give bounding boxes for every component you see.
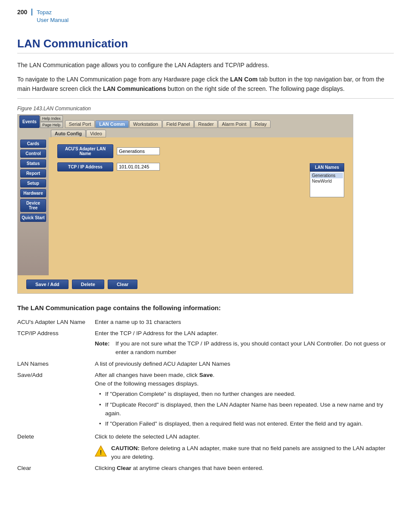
- intro-para1: The LAN Communication page allows you to…: [17, 60, 394, 70]
- list-item: If "Operation Failed" is displayed, then…: [99, 420, 391, 428]
- note-row: Note: If you are not sure what the TCP /…: [95, 339, 391, 357]
- workstation-tab[interactable]: Workstation: [129, 120, 162, 128]
- clear-bold: Clear: [117, 465, 131, 471]
- tcp-ip-address-row: TCP / IP Address: [57, 162, 344, 171]
- field-label-lan-names: LAN Names: [17, 358, 95, 370]
- tcp-ip-address-input[interactable]: [117, 163, 160, 171]
- bullet-list: If "Operation Complete" is displayed, th…: [95, 390, 391, 428]
- list-item: If "Operation Complete" is displayed, th…: [99, 390, 391, 398]
- events-button[interactable]: Events: [19, 115, 40, 128]
- field-desc-tcp: Enter the TCP / IP Address for the LAN a…: [95, 328, 394, 358]
- sidebar-setup-btn[interactable]: Setup: [20, 179, 46, 187]
- video-tab[interactable]: Video: [86, 130, 106, 137]
- note-label: Note:: [95, 339, 112, 357]
- save-desc: After all changes have been made, click …: [95, 372, 215, 378]
- table-row: Clear Clicking Clear at anytime clears c…: [17, 463, 394, 474]
- note-text: If you are not sure what the TCP / IP ad…: [115, 339, 391, 357]
- lan-comm-tab[interactable]: LAN Comm: [95, 120, 129, 128]
- field-desc-save: After all changes have been made, click …: [95, 370, 394, 432]
- field-label-delete: Delete: [17, 431, 95, 463]
- save-add-button[interactable]: Save / Add: [26, 280, 68, 289]
- save-extra: One of the following messages displays.: [95, 380, 199, 387]
- delete-desc: Click to delete the selected LAN adapter…: [95, 433, 200, 440]
- lan-names-list[interactable]: Generations NewWorld: [310, 171, 344, 197]
- reader-tab[interactable]: Reader: [194, 120, 218, 128]
- clear-desc-prefix: Clicking: [95, 465, 117, 471]
- help-btn-group: Help Index Page Help: [40, 115, 63, 128]
- divider: [17, 98, 394, 99]
- page-header: 200 Topaz User Manual: [17, 9, 394, 24]
- adapter-lan-name-input[interactable]: [117, 147, 160, 155]
- sidebar-device-tree-btn[interactable]: Device Tree: [20, 199, 46, 212]
- sidebar-cards-btn[interactable]: Cards: [20, 140, 46, 148]
- field-panel-tab[interactable]: Field Panel: [162, 120, 194, 128]
- field-label-tcp: TCP/IP Address: [17, 328, 95, 358]
- table-row: ACU's Adapter LAN Name Enter a name up t…: [17, 317, 394, 328]
- auto-config-tab[interactable]: Auto Config: [51, 130, 86, 137]
- field-desc-lan-names: A list of previously defined ACU Adapter…: [95, 358, 394, 370]
- page-title: LAN Communication: [17, 37, 394, 53]
- help-index-button[interactable]: Help Index: [40, 115, 63, 121]
- caution-text: CAUTION: Before deleting a LAN adapter, …: [111, 444, 391, 462]
- list-item: If "Duplicate Record" is displayed, then…: [99, 401, 391, 418]
- adapter-lan-name-label: ACU'S Adapter LAN Name: [57, 144, 113, 158]
- tcp-desc-text: Enter the TCP / IP Address for the LAN a…: [95, 330, 218, 336]
- relay-tab[interactable]: Relay: [251, 120, 271, 128]
- lan-names-panel: LAN Names Generations NewWorld: [310, 163, 344, 197]
- alarm-point-tab[interactable]: Alarm Point: [218, 120, 250, 128]
- field-desc-delete: Click to delete the selected LAN adapter…: [95, 431, 394, 463]
- clear-button[interactable]: Clear: [108, 280, 138, 289]
- nav-row1: Events Help Index Page Help Serial Port …: [18, 115, 353, 129]
- field-label-save: Save/Add: [17, 370, 95, 432]
- screen-body: Cards Control Status Report Setup Hardwa…: [18, 137, 353, 275]
- lan-names-label: LAN Names: [310, 163, 344, 171]
- table-row: TCP/IP Address Enter the TCP / IP Addres…: [17, 328, 394, 358]
- sidebar-status-btn[interactable]: Status: [20, 159, 46, 168]
- sidebar-hardware-btn[interactable]: Hardware: [20, 189, 46, 197]
- bottom-buttons: Save / Add Delete Clear: [18, 275, 353, 293]
- lan-name-generations[interactable]: Generations: [311, 173, 343, 178]
- tcp-ip-address-label: TCP / IP Address: [57, 162, 113, 171]
- form-section: ACU'S Adapter LAN Name TCP / IP Address: [57, 144, 344, 171]
- caution-label: CAUTION:: [111, 445, 140, 451]
- adapter-lan-name-row: ACU'S Adapter LAN Name: [57, 144, 344, 158]
- user-manual-link[interactable]: User Manual: [37, 16, 68, 24]
- sidebar-quick-start-btn[interactable]: Quick Start: [20, 214, 46, 222]
- info-table: ACU's Adapter LAN Name Enter a name up t…: [17, 317, 394, 474]
- caution-icon: !: [95, 445, 107, 457]
- field-desc-clear: Clicking Clear at anytime clears changes…: [95, 463, 394, 474]
- nav-row2: Auto Config Video: [18, 129, 353, 137]
- svg-text:!: !: [100, 448, 102, 456]
- page-number: 200: [17, 9, 32, 16]
- serial-port-tab[interactable]: Serial Port: [65, 120, 95, 128]
- figure-label: Figure 143.LAN Communication: [17, 106, 394, 112]
- clear-desc-suffix: at anytime clears changes that have been…: [133, 465, 264, 471]
- save-bold: Save: [199, 372, 213, 378]
- sidebar-control-btn[interactable]: Control: [20, 149, 46, 158]
- main-content-area: ACU'S Adapter LAN Name TCP / IP Address …: [49, 137, 353, 275]
- screenshot-container: Events Help Index Page Help Serial Port …: [17, 114, 353, 294]
- page-help-button[interactable]: Page Help: [40, 122, 63, 128]
- field-desc-acu: Enter a name up to 31 characters: [95, 317, 394, 328]
- field-label-clear: Clear: [17, 463, 95, 474]
- sidebar: Cards Control Status Report Setup Hardwa…: [18, 137, 49, 275]
- table-row: LAN Names A list of previously defined A…: [17, 358, 394, 370]
- lan-name-newworld[interactable]: NewWorld: [311, 178, 343, 184]
- caution-body: Before deleting a LAN adapter, make sure…: [111, 445, 385, 460]
- sidebar-report-btn[interactable]: Report: [20, 169, 46, 177]
- table-row: Delete Click to delete the selected LAN …: [17, 431, 394, 463]
- field-label-acu: ACU's Adapter LAN Name: [17, 317, 95, 328]
- caution-row: ! CAUTION: Before deleting a LAN adapter…: [95, 444, 391, 462]
- topaz-link[interactable]: Topaz: [37, 9, 68, 16]
- section-title: The LAN Communication page contains the …: [17, 304, 394, 311]
- table-row: Save/Add After all changes have been mad…: [17, 370, 394, 432]
- delete-button[interactable]: Delete: [72, 280, 104, 289]
- intro-para2: To navigate to the LAN Communication pag…: [17, 75, 394, 94]
- header-links: Topaz User Manual: [37, 9, 68, 24]
